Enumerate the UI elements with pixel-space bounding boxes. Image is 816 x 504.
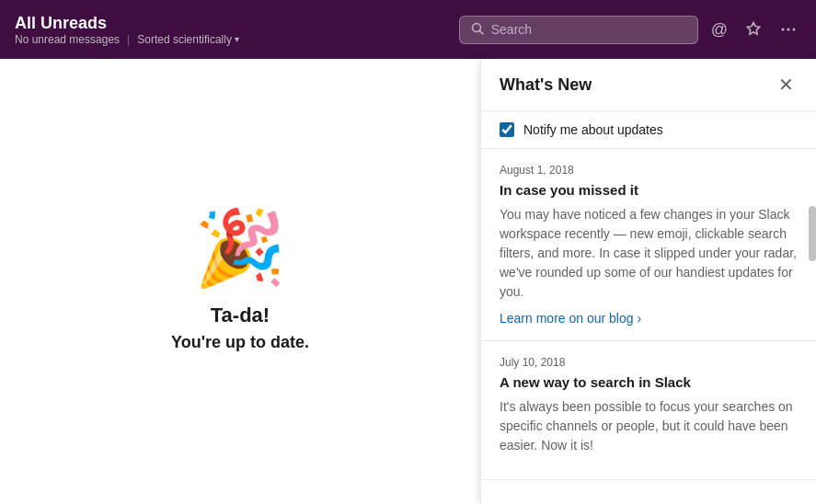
notify-row: Notify me about updates bbox=[481, 111, 816, 149]
update-body-2: It's always been possible to focus your … bbox=[500, 397, 798, 455]
at-button[interactable]: @ bbox=[707, 17, 731, 43]
update-body-1: You may have noticed a few changes in yo… bbox=[500, 205, 798, 302]
main-content: 🎉 Ta-da! You're up to date. What's New ✕… bbox=[0, 59, 816, 504]
update-title-1: In case you missed it bbox=[500, 182, 798, 198]
notify-checkbox[interactable] bbox=[500, 122, 514, 137]
update-item-2: July 10, 2018 A new way to search in Sla… bbox=[481, 341, 816, 480]
tada-emoji: 🎉 bbox=[194, 212, 286, 285]
header-right: @ bbox=[459, 16, 801, 44]
learn-more-link[interactable]: Learn more on our blog › bbox=[500, 311, 798, 326]
updates-list: August 1, 2018 In case you missed it You… bbox=[481, 149, 816, 504]
update-date-1: August 1, 2018 bbox=[500, 164, 798, 177]
tada-title: Ta-da! bbox=[211, 304, 270, 327]
star-button[interactable] bbox=[741, 17, 766, 42]
whats-new-panel: What's New ✕ Notify me about updates Aug… bbox=[480, 59, 816, 504]
svg-point-3 bbox=[787, 29, 790, 31]
sorted-scientifically-button[interactable]: Sorted scientifically ▾ bbox=[137, 33, 239, 46]
header-left: All Unreads No unread messages | Sorted … bbox=[15, 14, 239, 46]
svg-point-2 bbox=[782, 29, 785, 31]
update-date-2: July 10, 2018 bbox=[500, 356, 798, 369]
whats-new-title: What's New bbox=[500, 75, 592, 95]
page-title: All Unreads bbox=[15, 14, 239, 33]
sorted-label: Sorted scientifically bbox=[137, 33, 232, 46]
update-title-2: A new way to search in Slack bbox=[500, 374, 798, 390]
search-input[interactable] bbox=[491, 22, 686, 37]
tada-subtitle: You're up to date. bbox=[171, 333, 309, 352]
search-icon bbox=[471, 22, 484, 38]
more-options-button[interactable] bbox=[776, 17, 801, 42]
unreads-panel: 🎉 Ta-da! You're up to date. bbox=[0, 59, 480, 504]
learn-more-text: Learn more on our blog bbox=[500, 311, 634, 326]
header-subtitle: No unread messages | Sorted scientifical… bbox=[15, 33, 239, 46]
notify-label: Notify me about updates bbox=[523, 122, 663, 137]
svg-line-1 bbox=[479, 30, 483, 34]
no-unread-label: No unread messages bbox=[15, 33, 120, 46]
arrow-right-icon: › bbox=[638, 311, 642, 326]
chevron-down-icon: ▾ bbox=[235, 34, 239, 44]
svg-point-4 bbox=[793, 29, 796, 31]
app-header: All Unreads No unread messages | Sorted … bbox=[0, 0, 816, 59]
close-button[interactable]: ✕ bbox=[775, 74, 798, 96]
divider: | bbox=[127, 33, 130, 46]
search-bar[interactable] bbox=[459, 16, 698, 44]
update-item-1: August 1, 2018 In case you missed it You… bbox=[481, 149, 816, 341]
whats-new-header: What's New ✕ bbox=[481, 59, 816, 111]
